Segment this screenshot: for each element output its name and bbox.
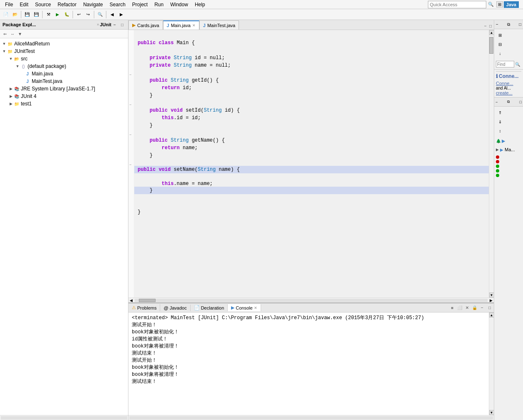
forward-btn[interactable]: ▶: [117, 10, 126, 19]
console-terminate-btn[interactable]: ⬜: [456, 305, 463, 311]
save-btn[interactable]: 💾: [23, 10, 31, 19]
tree-item-test1[interactable]: ▶ 📁 test1: [0, 100, 128, 108]
vscroll-track[interactable]: [489, 35, 494, 292]
menu-window[interactable]: Window: [167, 1, 191, 8]
junit-tab[interactable]: JUnit: [100, 22, 112, 27]
tree-item-maintest-java[interactable]: J MainTest.java: [0, 78, 128, 85]
tree-item-src[interactable]: ▼ 📂 src: [0, 55, 128, 62]
console-vscrollbar[interactable]: ▲ ▼: [489, 312, 494, 415]
minimize-panel-btn[interactable]: −: [111, 21, 118, 28]
tree-item-default-pkg[interactable]: ▼ () (default package): [0, 62, 128, 70]
console-minimize-btn[interactable]: −: [479, 305, 485, 311]
hscroll-right-btn[interactable]: ▶: [488, 298, 494, 303]
editor-minimize-btn[interactable]: −: [483, 23, 488, 29]
link-editor-btn[interactable]: ↔: [9, 30, 16, 37]
menu-edit[interactable]: Edit: [16, 1, 32, 8]
secondary-minimize-btn[interactable]: −: [495, 100, 498, 104]
tree-icon-sec[interactable]: 🌲: [496, 139, 501, 143]
run-btn[interactable]: ▶: [53, 10, 62, 19]
secondary-ma-item[interactable]: ▶ ▶ Ma...: [494, 145, 523, 154]
secondary-restore-btn[interactable]: ⧉: [507, 100, 510, 104]
menu-source[interactable]: Source: [32, 1, 54, 8]
hscroll-thumb[interactable]: [139, 299, 156, 302]
undo-btn[interactable]: ↩: [75, 10, 83, 19]
search-btn[interactable]: 🔍: [96, 10, 104, 19]
vscroll-down-btn[interactable]: ▼: [489, 292, 494, 298]
tab-cards-java[interactable]: ▶ Cards.java: [128, 20, 163, 30]
menu-refactor[interactable]: Refactor: [54, 1, 80, 8]
console-scroll-lock-btn[interactable]: 🔒: [471, 305, 478, 311]
tab-problems[interactable]: ⚠ Problems: [128, 304, 160, 311]
fold-10[interactable]: −: [129, 101, 133, 108]
editor-vscrollbar[interactable]: ▲ ▼: [489, 30, 494, 298]
console-close-icon[interactable]: ✕: [254, 306, 257, 310]
right-btn-2[interactable]: ⊟: [496, 40, 504, 48]
right-minimize-btn[interactable]: −: [496, 22, 498, 27]
redo-btn[interactable]: ↪: [84, 10, 92, 19]
menu-help[interactable]: Help: [191, 1, 209, 8]
java-perspective[interactable]: Java: [504, 1, 519, 8]
save-all-btn[interactable]: 💾: [32, 10, 40, 19]
find-icon[interactable]: 🔍: [515, 62, 520, 67]
hscroll-left-btn[interactable]: ◀: [128, 298, 134, 303]
connect-link-1[interactable]: Conne...: [496, 81, 521, 86]
console-vscroll-up[interactable]: ▲: [489, 312, 494, 318]
collapse-all-btn[interactable]: ⇐: [2, 30, 8, 37]
code-editor[interactable]: − − −: [128, 30, 494, 298]
find-input[interactable]: [496, 61, 514, 68]
left-scroll-track[interactable]: [1, 416, 127, 420]
tree-item-main-java[interactable]: J Main.java: [0, 70, 128, 78]
quick-access-icon[interactable]: 🔍: [488, 2, 494, 7]
hscroll-track[interactable]: [135, 299, 488, 302]
maximize-panel-btn[interactable]: □: [119, 21, 126, 28]
console-clear-btn[interactable]: ✕: [464, 305, 470, 311]
menu-run[interactable]: Run: [151, 1, 167, 8]
tree-item-jre[interactable]: ▶ 📚 JRE System Library [JavaSE-1.7]: [0, 85, 128, 92]
sec-btn-arrows[interactable]: ↕: [496, 127, 504, 135]
editor-maximize-btn[interactable]: □: [488, 23, 493, 29]
secondary-maximize-btn[interactable]: □: [520, 100, 522, 104]
right-btn-arrow-down[interactable]: ↓: [496, 49, 504, 58]
tree-item-alice[interactable]: ▼ 📁 AliceMadReturn: [0, 40, 128, 48]
console-vscroll-track[interactable]: [489, 318, 494, 410]
console-vscroll-down[interactable]: ▼: [489, 410, 494, 415]
right-restore-btn[interactable]: ⧉: [507, 22, 510, 27]
tree-menu-btn[interactable]: ▼: [17, 30, 23, 37]
vscroll-thumb[interactable]: [489, 37, 493, 54]
tree-item-junittest[interactable]: ▼ 📁 JUnitTest: [0, 48, 128, 55]
tree-item-junit4[interactable]: ▶ 📚 JUnit 4: [0, 92, 128, 100]
code-content[interactable]: public class Main { private String id = …: [134, 30, 489, 298]
console-hscrollbar[interactable]: [128, 415, 494, 420]
sec-run-icon[interactable]: ▶: [502, 138, 505, 144]
menu-search[interactable]: Search: [106, 1, 129, 8]
tab-javadoc[interactable]: @ Javadoc: [160, 305, 190, 311]
new-btn[interactable]: 📄: [2, 10, 10, 19]
debug-btn[interactable]: 🐛: [63, 10, 71, 19]
editor-hscrollbar[interactable]: ◀ ▶: [128, 298, 494, 302]
quick-access-input[interactable]: [428, 1, 486, 8]
build-btn[interactable]: ⚒: [44, 10, 53, 19]
perspective-btn[interactable]: ⊞: [496, 1, 503, 8]
vscroll-up-btn[interactable]: ▲: [489, 30, 494, 35]
right-maximize-btn[interactable]: □: [519, 22, 521, 27]
sec-btn-2[interactable]: ⇓: [496, 118, 504, 126]
sec-btn-1[interactable]: ⇑: [496, 108, 504, 117]
console-hscroll-track[interactable]: [129, 416, 493, 420]
menu-project[interactable]: Project: [129, 1, 151, 8]
tab-console[interactable]: ▶ Console ✕: [228, 304, 261, 311]
tab-main-close[interactable]: ✕: [192, 23, 196, 28]
left-hscrollbar[interactable]: [0, 415, 128, 420]
menu-file[interactable]: File: [2, 1, 16, 8]
right-btn-1[interactable]: ⊞: [496, 31, 504, 39]
connect-link-create[interactable]: create...: [496, 90, 521, 95]
tab-main-java[interactable]: J Main.java ✕: [163, 20, 199, 30]
tab-declaration[interactable]: 📄 Declaration: [191, 304, 228, 311]
console-stop-btn[interactable]: ■: [449, 305, 455, 311]
fold-6[interactable]: −: [129, 71, 133, 78]
fold-18[interactable]: −: [129, 161, 133, 168]
tab-maintest-java[interactable]: J MainTest.java: [199, 20, 239, 30]
menu-navigate[interactable]: Navigate: [80, 1, 106, 8]
console-maximize-btn[interactable]: □: [486, 305, 493, 311]
open-btn[interactable]: 📂: [11, 10, 19, 19]
fold-14[interactable]: −: [129, 131, 133, 138]
